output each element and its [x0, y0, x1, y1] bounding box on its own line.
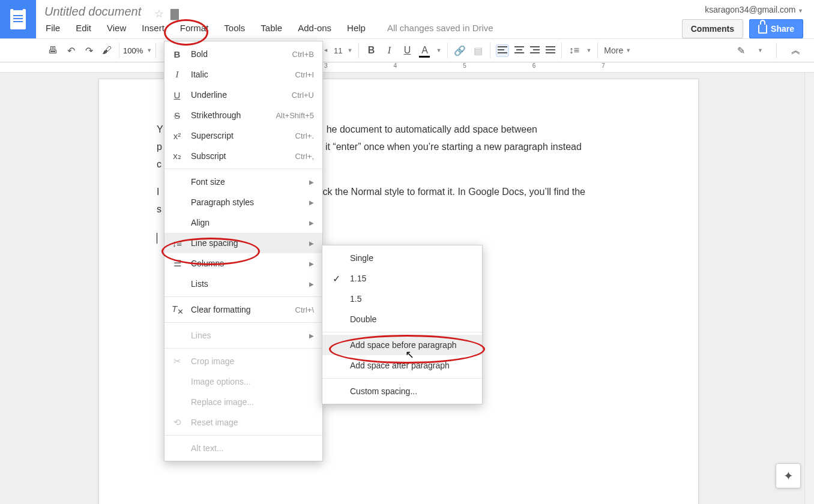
menu-help[interactable]: Help — [346, 22, 367, 34]
format-lists[interactable]: Lists▶ — [164, 274, 322, 294]
caret-down-icon: ▼ — [626, 47, 631, 53]
chevron-right-icon: ▶ — [309, 199, 314, 206]
add-space-after-paragraph[interactable]: Add space after paragraph — [322, 355, 482, 376]
body-text: ck the Normal style to format it. In Goo… — [322, 187, 585, 197]
star-icon[interactable]: ☆ — [154, 8, 165, 19]
font-size-select[interactable]: ▼ 11 ▼ — [320, 46, 356, 55]
menu-edit[interactable]: Edit — [74, 22, 92, 34]
format-align[interactable]: Align▶ — [164, 212, 322, 233]
more-button[interactable]: More▼ — [600, 46, 635, 55]
clear-format-icon: T✕ — [172, 304, 182, 316]
format-crop-image: ✂Crop image — [164, 351, 322, 371]
caret-down-icon: ▼ — [146, 47, 152, 53]
align-right-button[interactable] — [530, 46, 540, 55]
menu-addons[interactable]: Add-ons — [297, 22, 333, 34]
format-italic[interactable]: IItalicCtrl+I — [164, 64, 322, 85]
line-spacing-icon: ↕≡ — [172, 238, 182, 248]
body-text: Y — [157, 124, 163, 134]
format-reset-image: ⟲Reset image — [164, 412, 322, 433]
align-center-button[interactable] — [514, 46, 524, 55]
body-text: he document to automatically add space b… — [327, 124, 537, 134]
body-text: s — [157, 204, 161, 214]
chevron-right-icon: ▶ — [309, 260, 314, 267]
toolbar: 🖶 ↶ ↷ 🖌 100%▼ ▼ 11 ▼ B I U A ▼ 🔗 ▤ ↕≡▼ M… — [0, 39, 814, 62]
spacing-single[interactable]: Single — [322, 248, 482, 268]
add-comment-icon[interactable]: ▤ — [472, 45, 484, 56]
body-text: c — [157, 159, 161, 169]
format-paragraph-styles[interactable]: Paragraph styles▶ — [164, 192, 322, 212]
line-spacing-submenu: Single ✓1.15 1.5 Double Add space before… — [322, 245, 483, 404]
bold-icon: B — [172, 49, 182, 59]
underline-button[interactable]: U — [401, 45, 413, 56]
ruler[interactable]: 34567 — [0, 62, 814, 73]
spacing-1-15[interactable]: ✓1.15 — [322, 268, 482, 289]
docs-logo[interactable] — [0, 0, 36, 38]
reset-image-icon: ⟲ — [172, 417, 182, 428]
italic-button[interactable]: I — [383, 45, 395, 56]
format-subscript[interactable]: x₂SubscriptCtrl+, — [164, 146, 322, 166]
menu-tools[interactable]: Tools — [223, 22, 246, 34]
menu-format[interactable]: Format — [179, 22, 210, 34]
align-justify-button[interactable] — [546, 46, 555, 55]
columns-icon: ☰ — [172, 258, 182, 269]
account-area: ksaragon34@gmail.com ▼ Comments Share — [682, 0, 814, 38]
document-title[interactable]: Untitled document — [44, 5, 141, 18]
share-button[interactable]: Share — [749, 19, 803, 38]
explore-button[interactable]: ✦ — [776, 463, 801, 488]
chevron-right-icon: ▶ — [309, 220, 314, 226]
format-underline[interactable]: UUnderlineCtrl+U — [164, 85, 322, 105]
format-superscript[interactable]: x²SuperscriptCtrl+. — [164, 125, 322, 146]
line-spacing-button[interactable]: ↕≡▼ — [564, 45, 595, 56]
format-strikethrough[interactable]: SStrikethroughAlt+Shift+5 — [164, 105, 322, 125]
check-icon: ✓ — [331, 273, 342, 284]
crop-icon: ✂ — [172, 356, 182, 367]
menu-table[interactable]: Table — [259, 22, 283, 34]
title-icons: ☆ ▇ — [154, 8, 185, 19]
caret-down-icon: ▼ — [348, 47, 353, 53]
caret-down-icon: ▼ — [798, 8, 803, 14]
underline-icon: U — [172, 90, 182, 100]
format-clear-formatting[interactable]: T✕Clear formattingCtrl+\ — [164, 299, 322, 320]
spacing-1-5[interactable]: 1.5 — [322, 289, 482, 309]
redo-icon[interactable]: ↷ — [83, 45, 95, 56]
format-columns[interactable]: ☰Columns▶ — [164, 253, 322, 274]
print-icon[interactable]: 🖶 — [47, 45, 59, 56]
zoom-select[interactable]: 100%▼ — [122, 46, 153, 55]
menu-file[interactable]: File — [44, 22, 61, 34]
strikethrough-icon: S — [172, 110, 182, 121]
folder-icon[interactable]: ▇ — [170, 8, 181, 19]
collapse-icon[interactable]: ︽ — [790, 44, 802, 57]
italic-icon: I — [172, 70, 182, 80]
body-text: p — [157, 142, 162, 152]
undo-icon[interactable]: ↶ — [65, 45, 77, 56]
add-space-before-paragraph[interactable]: Add space before paragraph — [322, 335, 482, 355]
format-bold[interactable]: BBoldCtrl+B — [164, 44, 322, 64]
title-area: Untitled document ☆ ▇ File Edit View Ins… — [36, 0, 493, 34]
bold-button[interactable]: B — [365, 45, 377, 56]
format-line-spacing[interactable]: ↕≡Line spacing▶ — [164, 233, 322, 253]
menu-bar: File Edit View Insert Format Tools Table… — [44, 22, 493, 34]
explore-icon: ✦ — [783, 469, 794, 483]
chevron-right-icon: ▶ — [309, 332, 314, 339]
format-menu-dropdown: BBoldCtrl+B IItalicCtrl+I UUnderlineCtrl… — [164, 41, 323, 461]
lock-icon — [758, 25, 767, 34]
menu-insert[interactable]: Insert — [140, 22, 166, 34]
subscript-icon: x₂ — [172, 151, 182, 161]
account-email[interactable]: ksaragon34@gmail.com ▼ — [705, 5, 803, 14]
save-status: All changes saved in Drive — [387, 23, 493, 33]
align-left-button[interactable] — [496, 45, 508, 56]
format-replace-image: Replace image... — [164, 392, 322, 412]
text-color-button[interactable]: A — [419, 45, 430, 56]
custom-spacing[interactable]: Custom spacing... — [322, 381, 482, 401]
vertical-scrollbar[interactable] — [804, 73, 814, 504]
format-lines: Lines▶ — [164, 325, 322, 346]
comments-button[interactable]: Comments — [682, 19, 743, 38]
body-text: it “enter” once when you’re starting a n… — [325, 142, 582, 152]
paint-format-icon[interactable]: 🖌 — [101, 45, 113, 56]
insert-link-icon[interactable]: 🔗 — [454, 45, 466, 56]
format-font-size[interactable]: Font size▶ — [164, 172, 322, 192]
editing-mode-icon[interactable]: ✎ — [735, 45, 747, 56]
font-size-value: 11 — [334, 46, 342, 55]
menu-view[interactable]: View — [106, 22, 127, 34]
spacing-double[interactable]: Double — [322, 309, 482, 329]
